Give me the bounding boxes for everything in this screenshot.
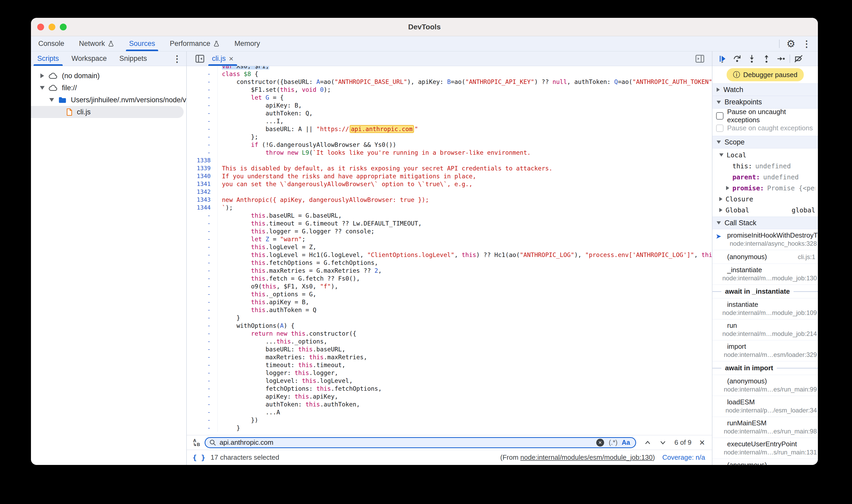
call-stack-frame[interactable]: instantiatenode:internal/m…module_job:10… [712, 299, 818, 319]
line-gutter[interactable]: - [187, 78, 218, 86]
step-button[interactable] [775, 52, 787, 65]
close-window-button[interactable] [37, 23, 44, 31]
line-gutter[interactable]: 1343 [187, 196, 218, 204]
line-gutter[interactable]: - [187, 338, 218, 345]
scope-section-header[interactable]: Scope [712, 136, 818, 148]
line-gutter[interactable]: - [187, 274, 218, 283]
line-gutter[interactable]: - [187, 125, 218, 133]
call-stack-frame[interactable]: ➤promiseInitHookWithDestroyTr…node:inter… [712, 229, 818, 250]
line-gutter[interactable]: - [187, 424, 218, 432]
tab-performance[interactable]: Performance [162, 36, 227, 51]
line-gutter[interactable]: - [187, 235, 218, 243]
step-out-button[interactable] [760, 52, 773, 65]
resume-script-button[interactable] [716, 52, 729, 65]
scope-group-global[interactable]: Globalglobal [712, 204, 818, 216]
call-stack-frame[interactable]: _instantiatenode:internal/m…module_job:1… [712, 264, 818, 285]
hide-navigator-icon[interactable] [195, 51, 205, 66]
call-stack-frame[interactable]: loadESMnode:internal/p…/esm_loader:34 [712, 396, 818, 417]
line-gutter[interactable]: - [187, 408, 218, 416]
tab-snippets[interactable]: Snippets [113, 51, 153, 66]
chevron-right-icon[interactable] [719, 197, 723, 201]
match-case-toggle[interactable]: Aa [622, 439, 630, 446]
settings-gear-icon[interactable]: ⚙ [786, 39, 795, 49]
deactivate-breakpoints-button[interactable] [792, 52, 805, 65]
pause-uncaught-exceptions-row[interactable]: Pause on uncaught exceptions [712, 110, 818, 122]
pretty-print-icon[interactable]: { } [193, 453, 206, 462]
step-into-button[interactable] [745, 52, 758, 65]
line-gutter[interactable]: - [187, 212, 218, 219]
line-gutter[interactable]: - [187, 416, 218, 424]
zoom-window-button[interactable] [60, 23, 67, 31]
code-editor[interactable]: var Xs0, $F1,-class $8 {- constructor({b… [187, 66, 712, 435]
line-gutter[interactable]: - [187, 385, 218, 393]
line-gutter[interactable]: - [187, 306, 218, 314]
line-gutter[interactable]: - [187, 219, 218, 227]
line-gutter[interactable]: - [187, 330, 218, 338]
line-gutter[interactable]: - [187, 259, 218, 267]
search-input[interactable]: api.anthropic.com × (.*) Aa [205, 437, 636, 448]
tree-item-cli-js[interactable]: cli.js [31, 106, 184, 118]
line-gutter[interactable]: - [187, 141, 218, 149]
navigator-more-options-icon[interactable]: ⋮ [173, 54, 181, 63]
line-gutter[interactable]: - [187, 369, 218, 377]
tab-memory[interactable]: Memory [227, 36, 268, 51]
line-gutter[interactable]: - [187, 133, 218, 141]
line-gutter[interactable]: - [187, 149, 218, 157]
close-search-icon[interactable]: × [699, 438, 705, 447]
scope-prop-parent[interactable]: parent:undefined [712, 172, 818, 182]
more-options-icon[interactable]: ⋮ [802, 39, 811, 48]
line-gutter[interactable]: 1340 [187, 172, 218, 180]
tree-item-node-folder[interactable]: Users/jinhuilee/.nvm/versions/node/v2… [31, 94, 186, 106]
close-tab-icon[interactable]: × [229, 54, 234, 63]
chevron-right-icon[interactable] [726, 186, 729, 190]
scope-group-local[interactable]: Local [712, 149, 818, 161]
scope-prop-promise[interactable]: promise:Promise {<pending>} [712, 182, 818, 194]
line-gutter[interactable]: 1341 [187, 180, 218, 188]
line-gutter[interactable]: 1342 [187, 188, 218, 196]
line-gutter[interactable]: - [187, 361, 218, 369]
scope-group-closure[interactable]: Closure [712, 194, 818, 204]
clear-search-icon[interactable]: × [596, 439, 604, 447]
line-gutter[interactable]: - [187, 345, 218, 353]
regex-toggle[interactable]: (.*) [609, 439, 618, 446]
line-gutter[interactable]: - [187, 227, 218, 235]
chevron-down-icon[interactable] [719, 154, 724, 157]
line-gutter[interactable]: - [187, 86, 218, 94]
tab-workspace[interactable]: Workspace [65, 51, 113, 66]
replace-toggle-icon[interactable]: A ↳B [191, 439, 205, 447]
line-gutter[interactable]: - [187, 102, 218, 109]
show-debugger-panel-icon[interactable] [695, 51, 705, 66]
line-gutter[interactable]: - [187, 393, 218, 400]
tree-item-no-domain[interactable]: (no domain) [31, 70, 186, 82]
line-gutter[interactable]: - [187, 377, 218, 385]
pause-caught-exceptions-row[interactable]: Pause on caught exceptions [712, 122, 818, 134]
line-gutter[interactable]: - [187, 322, 218, 330]
editor-tab-cli-js[interactable]: cli.js × [207, 51, 239, 66]
chevron-down-icon[interactable] [40, 86, 45, 90]
line-gutter[interactable]: - [187, 109, 218, 117]
step-over-button[interactable] [731, 52, 743, 65]
tab-console[interactable]: Console [31, 36, 72, 51]
tab-scripts[interactable]: Scripts [31, 51, 65, 66]
call-stack-frame[interactable]: runnode:internal/m…module_job:214 [712, 319, 818, 340]
call-stack-frame[interactable]: runMainESMnode:internal/m…es/run_main:98 [712, 417, 818, 438]
line-gutter[interactable]: - [187, 290, 218, 298]
breakpoints-section-header[interactable]: Breakpoints [712, 96, 818, 109]
tab-network[interactable]: Network [72, 36, 122, 51]
line-gutter[interactable]: 1344 [187, 204, 218, 212]
line-gutter[interactable]: - [187, 70, 218, 78]
tab-sources[interactable]: Sources [122, 36, 162, 51]
line-gutter[interactable]: 1339 [187, 164, 218, 172]
chevron-down-icon[interactable] [49, 98, 54, 102]
call-stack-frame[interactable]: (anonymous)node:internal/m…es/run_main:9… [712, 375, 818, 396]
line-gutter[interactable]: - [187, 243, 218, 251]
line-gutter[interactable]: - [187, 117, 218, 125]
coverage-link[interactable]: Coverage: n/a [662, 453, 705, 462]
chevron-right-icon[interactable] [40, 73, 44, 78]
previous-match-icon[interactable] [644, 439, 651, 446]
line-gutter[interactable]: - [187, 94, 218, 102]
call-stack-frame[interactable]: (anonymous)node:internal/m…main_module:2 [712, 459, 818, 465]
watch-section-header[interactable]: Watch [712, 84, 818, 96]
next-match-icon[interactable] [659, 439, 667, 446]
line-gutter[interactable]: - [187, 267, 218, 274]
